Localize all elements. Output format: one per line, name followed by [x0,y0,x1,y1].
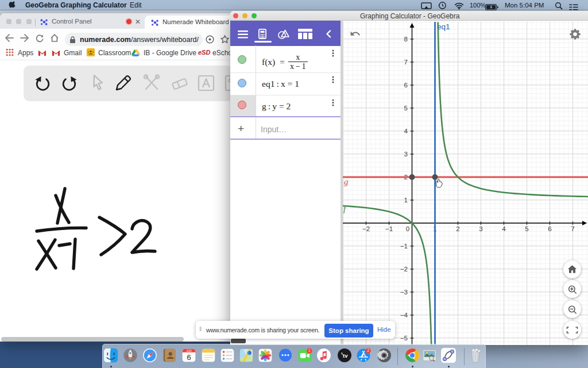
svg-text:−2: −2 [400,266,408,273]
svg-text:g: g [344,177,349,186]
svg-text:JUN: JUN [186,350,192,352]
svg-text:eq1: eq1 [437,22,450,31]
svg-text:−1: −1 [385,225,393,232]
svg-text:2: 2 [367,348,369,352]
svg-text:6: 6 [404,82,408,89]
svg-text:6: 6 [187,353,191,362]
svg-text:−4: −4 [400,312,408,319]
svg-text:0: 0 [406,225,409,232]
svg-text:tv: tv [343,352,348,359]
svg-text:4: 4 [502,225,506,232]
svg-text:6: 6 [548,225,551,232]
svg-text:1: 1 [404,197,408,204]
svg-text:3: 3 [479,225,482,232]
svg-text:7: 7 [404,59,408,66]
svg-text:−3: −3 [400,289,408,296]
svg-text:2: 2 [456,225,459,232]
svg-text:5: 5 [525,225,528,232]
svg-text:7: 7 [571,225,574,232]
svg-text:5: 5 [404,105,408,112]
svg-text:8: 8 [404,36,408,43]
svg-text:4: 4 [404,128,408,135]
svg-text:−5: −5 [400,335,408,342]
svg-text:3: 3 [404,151,408,158]
svg-text:−1: −1 [400,243,408,250]
svg-text:−2: −2 [362,225,370,232]
svg-text:1: 1 [308,348,311,352]
